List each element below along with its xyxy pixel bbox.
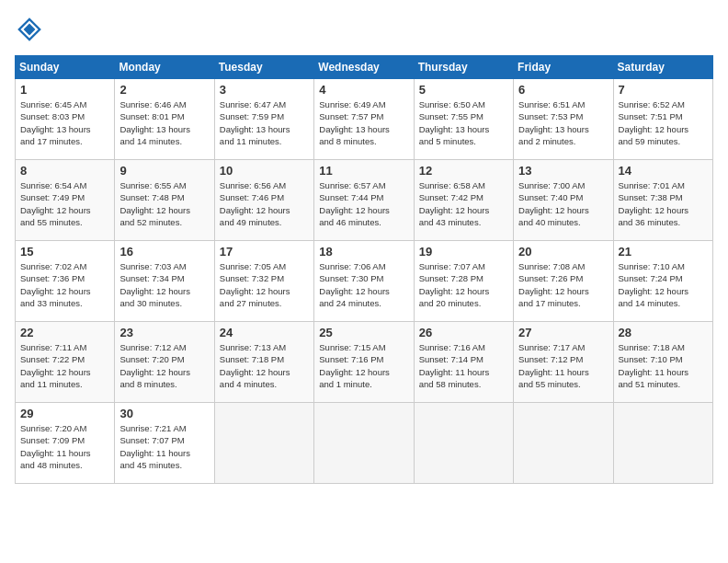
week-row-5: 29Sunrise: 7:20 AMSunset: 7:09 PMDayligh… bbox=[16, 403, 713, 484]
day-number: 6 bbox=[518, 83, 608, 97]
day-info: Sunrise: 6:55 AMSunset: 7:48 PMDaylight:… bbox=[119, 179, 209, 228]
day-info: Sunrise: 7:16 AMSunset: 7:14 PMDaylight:… bbox=[419, 341, 508, 390]
col-header-friday: Friday bbox=[514, 56, 613, 79]
col-header-tuesday: Tuesday bbox=[214, 56, 313, 79]
day-number: 23 bbox=[119, 326, 209, 339]
calendar-cell bbox=[214, 403, 313, 484]
calendar-cell: 25Sunrise: 7:15 AMSunset: 7:16 PMDayligh… bbox=[314, 322, 414, 403]
day-number: 3 bbox=[220, 83, 309, 97]
day-info: Sunrise: 6:51 AMSunset: 7:53 PMDaylight:… bbox=[518, 98, 608, 147]
week-row-2: 8Sunrise: 6:54 AMSunset: 7:49 PMDaylight… bbox=[16, 160, 713, 241]
day-number: 20 bbox=[518, 245, 608, 259]
calendar-cell bbox=[414, 403, 513, 484]
calendar-cell: 3Sunrise: 6:47 AMSunset: 7:59 PMDaylight… bbox=[214, 79, 313, 160]
calendar-cell: 30Sunrise: 7:21 AMSunset: 7:07 PMDayligh… bbox=[115, 403, 214, 484]
calendar-cell: 17Sunrise: 7:05 AMSunset: 7:32 PMDayligh… bbox=[214, 241, 313, 322]
calendar-cell: 28Sunrise: 7:18 AMSunset: 7:10 PMDayligh… bbox=[613, 322, 712, 403]
calendar-cell: 16Sunrise: 7:03 AMSunset: 7:34 PMDayligh… bbox=[115, 241, 214, 322]
col-header-wednesday: Wednesday bbox=[314, 56, 414, 79]
day-info: Sunrise: 6:56 AMSunset: 7:46 PMDaylight:… bbox=[220, 179, 309, 228]
calendar-cell: 19Sunrise: 7:07 AMSunset: 7:28 PMDayligh… bbox=[414, 241, 513, 322]
day-number: 18 bbox=[319, 245, 408, 259]
day-number: 22 bbox=[20, 326, 109, 339]
day-number: 21 bbox=[619, 245, 708, 259]
calendar-cell: 10Sunrise: 6:56 AMSunset: 7:46 PMDayligh… bbox=[214, 160, 313, 241]
day-number: 29 bbox=[20, 407, 109, 420]
logo-icon bbox=[15, 15, 44, 44]
day-info: Sunrise: 7:18 AMSunset: 7:10 PMDaylight:… bbox=[619, 341, 708, 390]
day-number: 14 bbox=[619, 164, 708, 178]
day-info: Sunrise: 7:13 AMSunset: 7:18 PMDaylight:… bbox=[220, 341, 309, 390]
col-header-saturday: Saturday bbox=[613, 56, 712, 79]
calendar-cell: 2Sunrise: 6:46 AMSunset: 8:01 PMDaylight… bbox=[115, 79, 214, 160]
day-number: 5 bbox=[419, 83, 508, 97]
calendar-cell: 24Sunrise: 7:13 AMSunset: 7:18 PMDayligh… bbox=[214, 322, 313, 403]
calendar-cell: 7Sunrise: 6:52 AMSunset: 7:51 PMDaylight… bbox=[613, 79, 712, 160]
day-number: 15 bbox=[20, 245, 109, 259]
day-number: 7 bbox=[619, 83, 708, 97]
day-info: Sunrise: 6:58 AMSunset: 7:42 PMDaylight:… bbox=[419, 179, 508, 228]
day-info: Sunrise: 7:15 AMSunset: 7:16 PMDaylight:… bbox=[319, 341, 408, 390]
day-number: 19 bbox=[419, 245, 508, 259]
calendar-cell: 22Sunrise: 7:11 AMSunset: 7:22 PMDayligh… bbox=[16, 322, 115, 403]
day-number: 1 bbox=[20, 83, 109, 97]
day-info: Sunrise: 7:06 AMSunset: 7:30 PMDaylight:… bbox=[319, 260, 408, 309]
day-number: 28 bbox=[619, 326, 708, 339]
day-info: Sunrise: 7:01 AMSunset: 7:38 PMDaylight:… bbox=[619, 179, 708, 228]
day-number: 12 bbox=[419, 164, 508, 178]
day-info: Sunrise: 7:21 AMSunset: 7:07 PMDaylight:… bbox=[119, 422, 209, 471]
calendar-cell: 23Sunrise: 7:12 AMSunset: 7:20 PMDayligh… bbox=[115, 322, 214, 403]
day-number: 9 bbox=[119, 164, 209, 178]
day-info: Sunrise: 7:12 AMSunset: 7:20 PMDaylight:… bbox=[119, 341, 209, 390]
day-number: 24 bbox=[220, 326, 309, 339]
calendar-cell: 26Sunrise: 7:16 AMSunset: 7:14 PMDayligh… bbox=[414, 322, 513, 403]
page-header bbox=[15, 15, 713, 44]
calendar-cell: 11Sunrise: 6:57 AMSunset: 7:44 PMDayligh… bbox=[314, 160, 414, 241]
day-number: 17 bbox=[220, 245, 309, 259]
calendar-cell: 18Sunrise: 7:06 AMSunset: 7:30 PMDayligh… bbox=[314, 241, 414, 322]
day-number: 2 bbox=[119, 83, 209, 97]
day-info: Sunrise: 6:50 AMSunset: 7:55 PMDaylight:… bbox=[419, 98, 508, 147]
day-info: Sunrise: 7:10 AMSunset: 7:24 PMDaylight:… bbox=[619, 260, 708, 309]
day-number: 13 bbox=[518, 164, 608, 178]
day-info: Sunrise: 6:47 AMSunset: 7:59 PMDaylight:… bbox=[220, 98, 309, 147]
day-number: 27 bbox=[518, 326, 608, 339]
day-info: Sunrise: 7:03 AMSunset: 7:34 PMDaylight:… bbox=[119, 260, 209, 309]
calendar-cell: 13Sunrise: 7:00 AMSunset: 7:40 PMDayligh… bbox=[514, 160, 613, 241]
calendar-cell: 5Sunrise: 6:50 AMSunset: 7:55 PMDaylight… bbox=[414, 79, 513, 160]
calendar-cell: 4Sunrise: 6:49 AMSunset: 7:57 PMDaylight… bbox=[314, 79, 414, 160]
week-row-3: 15Sunrise: 7:02 AMSunset: 7:36 PMDayligh… bbox=[16, 241, 713, 322]
calendar-table: SundayMondayTuesdayWednesdayThursdayFrid… bbox=[15, 55, 713, 484]
day-info: Sunrise: 7:08 AMSunset: 7:26 PMDaylight:… bbox=[518, 260, 608, 309]
calendar-cell: 29Sunrise: 7:20 AMSunset: 7:09 PMDayligh… bbox=[16, 403, 115, 484]
header-row: SundayMondayTuesdayWednesdayThursdayFrid… bbox=[16, 56, 713, 79]
day-info: Sunrise: 7:02 AMSunset: 7:36 PMDaylight:… bbox=[20, 260, 109, 309]
day-info: Sunrise: 7:07 AMSunset: 7:28 PMDaylight:… bbox=[419, 260, 508, 309]
calendar-cell: 21Sunrise: 7:10 AMSunset: 7:24 PMDayligh… bbox=[613, 241, 712, 322]
week-row-4: 22Sunrise: 7:11 AMSunset: 7:22 PMDayligh… bbox=[16, 322, 713, 403]
day-info: Sunrise: 6:46 AMSunset: 8:01 PMDaylight:… bbox=[119, 98, 209, 147]
calendar-cell bbox=[314, 403, 414, 484]
calendar-cell: 1Sunrise: 6:45 AMSunset: 8:03 PMDaylight… bbox=[16, 79, 115, 160]
day-number: 10 bbox=[220, 164, 309, 178]
day-info: Sunrise: 6:54 AMSunset: 7:49 PMDaylight:… bbox=[20, 179, 109, 228]
col-header-monday: Monday bbox=[115, 56, 214, 79]
day-info: Sunrise: 6:52 AMSunset: 7:51 PMDaylight:… bbox=[619, 98, 708, 147]
day-number: 26 bbox=[419, 326, 508, 339]
col-header-sunday: Sunday bbox=[16, 56, 115, 79]
day-info: Sunrise: 7:17 AMSunset: 7:12 PMDaylight:… bbox=[518, 341, 608, 390]
day-info: Sunrise: 7:11 AMSunset: 7:22 PMDaylight:… bbox=[20, 341, 109, 390]
day-info: Sunrise: 7:05 AMSunset: 7:32 PMDaylight:… bbox=[220, 260, 309, 309]
day-number: 25 bbox=[319, 326, 408, 339]
calendar-cell: 6Sunrise: 6:51 AMSunset: 7:53 PMDaylight… bbox=[514, 79, 613, 160]
calendar-cell bbox=[514, 403, 613, 484]
calendar-cell: 14Sunrise: 7:01 AMSunset: 7:38 PMDayligh… bbox=[613, 160, 712, 241]
calendar-cell: 12Sunrise: 6:58 AMSunset: 7:42 PMDayligh… bbox=[414, 160, 513, 241]
logo bbox=[15, 15, 48, 44]
day-info: Sunrise: 6:49 AMSunset: 7:57 PMDaylight:… bbox=[319, 98, 408, 147]
calendar-cell: 9Sunrise: 6:55 AMSunset: 7:48 PMDaylight… bbox=[115, 160, 214, 241]
day-info: Sunrise: 7:00 AMSunset: 7:40 PMDaylight:… bbox=[518, 179, 608, 228]
day-number: 16 bbox=[119, 245, 209, 259]
calendar-cell: 15Sunrise: 7:02 AMSunset: 7:36 PMDayligh… bbox=[16, 241, 115, 322]
day-info: Sunrise: 7:20 AMSunset: 7:09 PMDaylight:… bbox=[20, 422, 109, 471]
